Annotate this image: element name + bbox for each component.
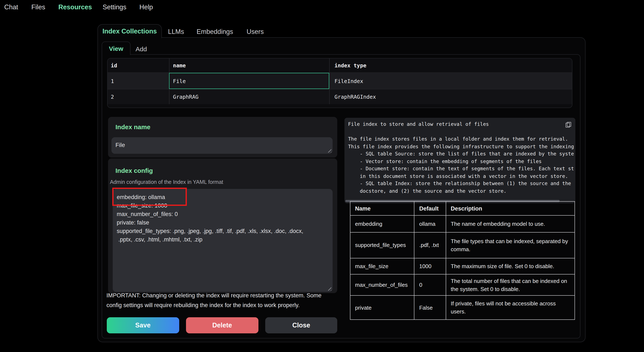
param-description: The file types that can be indexed, sepa…: [446, 232, 574, 258]
params-header-description: Description: [446, 202, 574, 216]
close-button[interactable]: Close: [265, 317, 337, 333]
red-highlight-box: [112, 188, 187, 206]
param-default: 0: [414, 274, 446, 296]
param-name: embedding: [350, 216, 414, 232]
param-description: The total number of files that can be in…: [446, 274, 574, 296]
warning-text: IMPORTANT: Changing or deleting the inde…: [106, 291, 344, 310]
params-row-embedding: embedding ollama The name of embedding m…: [350, 216, 574, 232]
params-header-default: Default: [414, 202, 446, 216]
copy-icon[interactable]: [566, 122, 571, 128]
nav-item-files[interactable]: Files: [31, 4, 45, 11]
nav-item-help[interactable]: Help: [140, 4, 153, 11]
index-config-label: Index config: [116, 167, 153, 174]
cell-id-1[interactable]: 1: [108, 73, 169, 89]
cell-name-file-selected[interactable]: File: [169, 73, 330, 89]
params-reference-table: Name Default Description embedding ollam…: [350, 201, 575, 320]
cell-name-graphrag[interactable]: GraphRAG: [169, 90, 330, 104]
index-description-text: File index to store and allow retrieval …: [344, 118, 574, 197]
subtab-add[interactable]: Add: [136, 45, 147, 52]
table-row: 1 File FileIndex: [108, 72, 572, 89]
subtab-view[interactable]: View: [102, 41, 130, 55]
save-button[interactable]: Save: [107, 317, 179, 333]
params-row-max-file-size: max_file_size 1000 The maximum size of f…: [350, 258, 574, 274]
index-name-input[interactable]: File: [112, 137, 332, 154]
index-description-block: File index to store and allow retrieval …: [344, 118, 575, 203]
tab-users[interactable]: Users: [246, 28, 264, 36]
tab-index-collections[interactable]: Index Collections: [98, 24, 162, 38]
nav-item-settings[interactable]: Settings: [103, 4, 126, 11]
tab-llms[interactable]: LLMs: [168, 28, 184, 36]
index-name-card: Index name File: [108, 117, 337, 158]
index-name-label: Index name: [116, 123, 150, 130]
nav-item-resources[interactable]: Resources: [58, 4, 92, 11]
cell-type-graphragindex[interactable]: GraphRAGIndex: [330, 90, 572, 104]
index-collections-table: id name index type 1 File FileIndex 2 Gr…: [107, 58, 572, 108]
col-header-id[interactable]: id: [108, 58, 169, 72]
params-row-max-number-of-files: max_number_of_files 0 The total number o…: [350, 274, 574, 296]
param-description: The name of embedding model to use.: [446, 216, 574, 232]
param-default: ollama: [414, 216, 446, 232]
param-name: max_file_size: [350, 258, 414, 274]
index-config-info: Admin configuration of the Index in YAML…: [110, 179, 223, 185]
cell-id-2[interactable]: 2: [108, 90, 169, 104]
params-header-name: Name: [350, 202, 414, 216]
param-default: False: [414, 296, 446, 320]
param-description: The maximum size of file. Set 0 to disab…: [446, 258, 574, 274]
tab-embeddings[interactable]: Embeddings: [196, 28, 233, 36]
index-name-value: File: [116, 142, 125, 148]
table-row: 2 GraphRAG GraphRAGIndex: [108, 89, 572, 104]
params-row-private: private False If private, files will not…: [350, 296, 574, 320]
param-description: If private, files will not be accessible…: [446, 296, 574, 320]
col-header-index-type[interactable]: index type: [330, 58, 572, 72]
delete-button[interactable]: Delete: [186, 317, 258, 333]
cell-type-fileindex[interactable]: FileIndex: [330, 73, 572, 89]
param-name: private: [350, 296, 414, 320]
param-default: 1000: [414, 258, 446, 274]
params-header-row: Name Default Description: [350, 202, 574, 216]
index-config-card: Index config Admin configuration of the …: [108, 158, 337, 293]
nav-item-chat[interactable]: Chat: [4, 4, 18, 11]
param-default: .pdf, .txt: [414, 232, 446, 258]
param-name: max_number_of_files: [350, 274, 414, 296]
resize-handle-icon[interactable]: [327, 286, 331, 290]
resize-handle-icon[interactable]: [327, 148, 331, 152]
table-header-row: id name index type: [108, 58, 572, 72]
app-root: Chat Files Resources Settings Help Index…: [0, 0, 644, 352]
params-row-supported-file-types: supported_file_types .pdf, .txt The file…: [350, 232, 574, 258]
col-header-name[interactable]: name: [169, 58, 330, 72]
param-name: supported_file_types: [350, 232, 414, 258]
